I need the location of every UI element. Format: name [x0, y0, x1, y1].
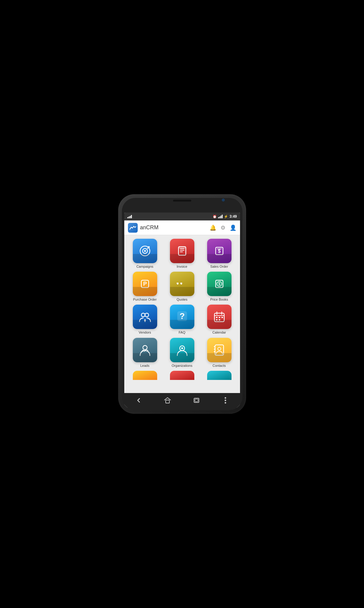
- app-title: anCRM: [140, 224, 207, 231]
- alarm-icon: ⏰: [213, 215, 217, 219]
- signal-bar-4: [131, 215, 132, 218]
- svg-rect-29: [221, 317, 223, 318]
- invoice-icon-box: [170, 239, 194, 263]
- svg-text:$: $: [218, 282, 220, 286]
- bottom-nav: [124, 393, 240, 408]
- invoice-label: Invoice: [177, 265, 187, 269]
- svg-point-36: [218, 347, 221, 350]
- svg-rect-27: [216, 317, 217, 318]
- status-bar: ⏰ ⚡ 3:49: [124, 213, 240, 220]
- grid-content: Campaigns Inv: [124, 235, 240, 393]
- clock: 3:49: [229, 214, 237, 219]
- more-button[interactable]: [219, 394, 231, 406]
- status-left: [127, 215, 132, 218]
- faq-label: FAQ: [178, 331, 185, 334]
- phone-device: ⏰ ⚡ 3:49 anCRM: [118, 194, 246, 414]
- app-grid: Campaigns Inv: [128, 239, 236, 368]
- svg-point-17: [141, 313, 145, 317]
- camera: [222, 198, 225, 202]
- campaigns-icon-box: [133, 239, 157, 263]
- sales-order-icon-box: $: [207, 239, 231, 263]
- svg-rect-40: [166, 400, 169, 403]
- phone-inner: ⏰ ⚡ 3:49 anCRM: [122, 198, 242, 410]
- app-bar-icons: 🔔 ⚙ 👤: [210, 224, 236, 231]
- speaker-slot: [173, 200, 191, 202]
- leads-icon-box: [133, 338, 157, 362]
- price-books-label: Price Books: [210, 298, 228, 302]
- svg-text:$: $: [218, 249, 221, 254]
- sales-order-label: Sales Order: [210, 265, 228, 269]
- grid-item-leads[interactable]: Leads: [128, 338, 162, 368]
- partial-item-1: [128, 371, 162, 380]
- svg-rect-8: [179, 247, 186, 249]
- svg-point-45: [225, 402, 226, 404]
- grid-item-vendors[interactable]: Vendors: [128, 305, 162, 334]
- grid-item-price-books[interactable]: $ Price Books: [202, 272, 236, 302]
- svg-point-43: [225, 397, 226, 399]
- signal-bar-2: [129, 216, 129, 218]
- svg-rect-28: [219, 317, 220, 318]
- notification-bell-icon[interactable]: 🔔: [210, 224, 216, 231]
- signal-indicator: [127, 215, 132, 218]
- grid-item-purchase-order[interactable]: P Purchase Order: [128, 272, 162, 302]
- contacts-label: Contacts: [213, 364, 226, 368]
- calendar-label: Calendar: [212, 331, 226, 334]
- vendors-label: Vendors: [139, 331, 151, 334]
- app-logo: [128, 223, 138, 233]
- partial-icon-3: [207, 371, 231, 380]
- partial-icon-2: [170, 371, 194, 380]
- partial-row: [128, 371, 236, 380]
- purchase-order-icon-box: P: [133, 272, 157, 296]
- contacts-icon-box: [207, 338, 231, 362]
- organizations-icon-box: [170, 338, 194, 362]
- partial-icon-1: [133, 371, 157, 380]
- svg-rect-30: [216, 319, 217, 320]
- status-right: ⏰ ⚡ 3:49: [213, 214, 237, 219]
- svg-point-2: [144, 250, 146, 252]
- campaigns-label: Campaigns: [136, 265, 154, 269]
- grid-item-invoice[interactable]: Invoice: [165, 239, 199, 269]
- svg-point-44: [225, 400, 226, 401]
- svg-point-18: [145, 313, 149, 317]
- grid-item-calendar[interactable]: Calendar: [202, 305, 236, 334]
- svg-point-34: [181, 347, 183, 349]
- signal-bar-1: [127, 217, 128, 218]
- svg-rect-42: [195, 399, 198, 402]
- signal-bar-3: [130, 216, 131, 218]
- vendors-icon-box: [133, 305, 157, 329]
- faq-icon-box: ?: [170, 305, 194, 329]
- partial-item-2: [165, 371, 199, 380]
- svg-text:P: P: [143, 281, 147, 287]
- svg-point-32: [143, 345, 147, 350]
- grid-item-contacts[interactable]: Contacts: [202, 338, 236, 368]
- quotes-label: Quotes: [177, 298, 187, 302]
- svg-text:?: ?: [179, 311, 185, 321]
- battery-icon: ⚡: [224, 215, 228, 219]
- price-books-icon-box: $: [207, 272, 231, 296]
- network-signal: [218, 215, 223, 218]
- screen: ⏰ ⚡ 3:49 anCRM: [124, 213, 240, 408]
- grid-item-organizations[interactable]: Organizations: [165, 338, 199, 368]
- leads-label: Leads: [140, 364, 150, 368]
- app-bar: anCRM 🔔 ⚙ 👤: [124, 220, 240, 235]
- settings-icon[interactable]: ⚙: [221, 224, 225, 231]
- grid-item-quotes[interactable]: Quotes: [165, 272, 199, 302]
- organizations-label: Organizations: [172, 364, 193, 368]
- quotes-icon-box: [170, 272, 194, 296]
- back-button[interactable]: [133, 394, 145, 406]
- grid-item-campaigns[interactable]: Campaigns: [128, 239, 162, 269]
- calendar-icon-box: [207, 305, 231, 329]
- grid-item-sales-order[interactable]: $ Sales Order: [202, 239, 236, 269]
- user-profile-icon[interactable]: 👤: [230, 224, 236, 231]
- svg-rect-31: [219, 319, 220, 320]
- partial-item-3: [202, 371, 236, 380]
- home-button[interactable]: [161, 394, 174, 406]
- grid-item-faq[interactable]: ? FAQ: [165, 305, 199, 334]
- purchase-order-label: Purchase Order: [133, 298, 157, 302]
- recents-button[interactable]: [190, 394, 203, 406]
